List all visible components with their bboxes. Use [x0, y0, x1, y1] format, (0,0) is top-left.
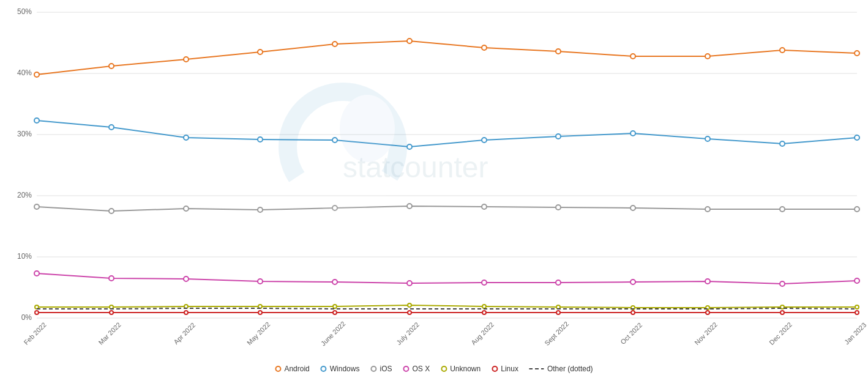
svg-text:July 2022: July 2022	[395, 321, 421, 346]
android-legend-dot	[275, 366, 281, 372]
legend-linux: Linux	[492, 365, 518, 373]
linux-dot	[35, 311, 39, 314]
ios-dot	[705, 207, 710, 212]
svg-text:Feb 2022: Feb 2022	[22, 321, 47, 346]
osx-dot	[109, 276, 114, 281]
legend-unknown: Unknown	[441, 365, 481, 373]
chart-legend: Android Windows iOS OS X Unknown Linux O…	[275, 365, 593, 373]
linux-dot	[706, 311, 709, 314]
legend-osx: OS X	[403, 365, 430, 373]
linux-dot	[184, 311, 188, 314]
svg-text:40%: 40%	[17, 69, 32, 77]
linux-legend-label: Linux	[501, 365, 518, 373]
ios-dot	[855, 207, 859, 212]
windows-dot	[184, 135, 189, 140]
ios-line	[37, 206, 857, 211]
windows-dot	[482, 138, 487, 143]
android-dot	[556, 49, 561, 54]
android-dot	[705, 54, 710, 59]
ios-legend-label: iOS	[380, 365, 392, 373]
svg-text:May 2022: May 2022	[245, 321, 272, 347]
windows-legend-dot	[321, 366, 327, 372]
svg-text:Mar 2022: Mar 2022	[97, 321, 122, 346]
other-legend-line	[529, 368, 544, 369]
windows-dot	[407, 144, 412, 149]
osx-dot	[705, 279, 710, 284]
android-dot	[332, 42, 337, 46]
osx-dot	[34, 271, 39, 276]
osx-dot	[482, 280, 487, 285]
linux-dot	[408, 311, 411, 314]
android-dot	[258, 50, 263, 54]
windows-legend-label: Windows	[330, 365, 360, 373]
linux-dot	[482, 311, 486, 314]
linux-dot	[855, 311, 859, 314]
osx-line	[37, 273, 857, 284]
svg-text:Oct 2022: Oct 2022	[619, 321, 643, 346]
ios-dot	[780, 207, 785, 212]
osx-dot	[184, 276, 189, 281]
watermark-text: statcounter	[343, 151, 488, 183]
svg-text:Aug 2022: Aug 2022	[470, 321, 495, 346]
ios-dot	[184, 206, 189, 211]
svg-text:Nov 2022: Nov 2022	[693, 321, 719, 346]
unknown-legend-dot	[441, 366, 447, 372]
osx-dot	[258, 279, 263, 284]
other-legend-label: Other (dotted)	[547, 365, 593, 373]
ios-dot	[630, 206, 635, 210]
android-dot	[630, 54, 635, 59]
chart-container: 0% 10% 20% 30% 40% 50% Feb 2022 Mar 2022…	[0, 0, 868, 378]
windows-dot	[332, 138, 337, 143]
osx-dot	[855, 278, 859, 283]
ios-dot	[482, 204, 487, 209]
svg-text:50%: 50%	[17, 7, 32, 16]
ios-dot	[109, 209, 114, 213]
legend-windows: Windows	[321, 365, 360, 373]
unknown-dot	[333, 305, 337, 308]
unknown-legend-label: Unknown	[450, 365, 481, 373]
osx-dot	[332, 280, 337, 284]
windows-dot	[780, 141, 785, 146]
linux-dot	[631, 311, 635, 314]
windows-dot	[855, 135, 859, 140]
unknown-dot	[408, 303, 411, 307]
android-legend-label: Android	[284, 365, 309, 373]
osx-dot	[780, 281, 785, 286]
linux-dot	[333, 311, 337, 314]
osx-dot	[407, 281, 412, 286]
ios-dot	[258, 207, 263, 212]
android-dot	[109, 64, 114, 69]
windows-dot	[109, 125, 114, 130]
legend-ios: iOS	[370, 365, 392, 373]
ios-legend-dot	[370, 366, 376, 372]
windows-line	[37, 120, 857, 147]
ios-dot	[556, 205, 561, 210]
svg-text:0%: 0%	[21, 313, 32, 322]
android-dot	[184, 57, 189, 62]
chart-svg: 0% 10% 20% 30% 40% 50% Feb 2022 Mar 2022…	[0, 0, 868, 378]
android-dot	[780, 48, 785, 53]
svg-text:20%: 20%	[17, 191, 32, 199]
android-dot	[855, 51, 859, 56]
android-dot	[407, 39, 412, 43]
windows-dot	[556, 134, 561, 139]
linux-dot	[110, 311, 113, 314]
linux-dot	[556, 311, 560, 314]
linux-dot	[780, 311, 784, 314]
svg-text:Apr 2022: Apr 2022	[172, 321, 196, 346]
svg-text:30%: 30%	[17, 130, 32, 138]
windows-dot	[34, 118, 39, 123]
osx-dot	[630, 280, 635, 284]
android-dot	[34, 72, 39, 77]
linux-dot	[258, 311, 262, 314]
windows-dot	[258, 137, 263, 142]
unknown-dot	[482, 305, 486, 308]
android-dot	[482, 45, 487, 50]
legend-android: Android	[275, 365, 309, 373]
svg-text:10%: 10%	[17, 252, 32, 261]
ios-dot	[407, 204, 412, 209]
svg-text:Sept 2022: Sept 2022	[543, 320, 570, 347]
svg-text:June 2022: June 2022	[320, 320, 347, 347]
osx-dot	[556, 280, 561, 285]
android-line	[37, 41, 857, 75]
